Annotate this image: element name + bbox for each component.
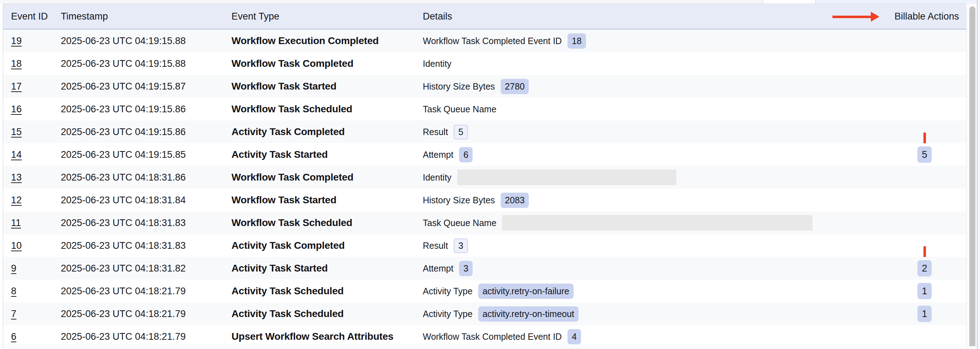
event-type: Upsert Workflow Search Attributes bbox=[224, 331, 423, 342]
detail-value-badge: 6 bbox=[459, 147, 473, 162]
redacted-value bbox=[457, 170, 676, 185]
detail-label: Result bbox=[423, 127, 448, 137]
event-type: Activity Task Started bbox=[224, 263, 423, 274]
timestamp: 2025-06-23 UTC 04:18:21.79 bbox=[53, 308, 224, 319]
timestamp: 2025-06-23 UTC 04:18:31.84 bbox=[53, 195, 224, 206]
table-row[interactable]: 14 2025-06-23 UTC 04:19:15.85 Activity T… bbox=[3, 143, 966, 166]
column-header-billable-actions: Billable Actions bbox=[883, 11, 966, 22]
event-type: Workflow Task Scheduled bbox=[224, 217, 423, 228]
event-id-link[interactable]: 11 bbox=[11, 217, 21, 228]
event-id-link[interactable]: 17 bbox=[11, 81, 22, 92]
event-id-link[interactable]: 10 bbox=[11, 240, 22, 251]
event-history-table: Event ID Timestamp Event Type Details Bi… bbox=[3, 3, 966, 349]
event-id-link[interactable]: 18 bbox=[11, 58, 22, 69]
table-body: 19 2025-06-23 UTC 04:19:15.88 Workflow E… bbox=[3, 30, 966, 348]
vertical-scrollbar bbox=[967, 3, 977, 349]
detail-value-badge: 3 bbox=[454, 238, 468, 253]
event-type: Workflow Task Started bbox=[224, 194, 423, 206]
event-id-link[interactable]: 16 bbox=[11, 104, 22, 114]
detail-value-badge: 2083 bbox=[501, 193, 529, 208]
event-id-link[interactable]: 9 bbox=[11, 263, 16, 274]
event-type: Activity Task Scheduled bbox=[224, 286, 423, 297]
table-row[interactable]: 7 2025-06-23 UTC 04:18:21.79 Activity Ta… bbox=[3, 303, 966, 325]
billable-actions-badge: 1 bbox=[917, 283, 932, 299]
billable-actions-badge: 5 bbox=[917, 146, 932, 163]
event-id-link[interactable]: 14 bbox=[11, 149, 22, 160]
detail-label: Activity Type bbox=[423, 286, 473, 297]
table-row[interactable]: 10 2025-06-23 UTC 04:18:31.83 Activity T… bbox=[3, 234, 966, 257]
timestamp: 2025-06-23 UTC 04:18:21.79 bbox=[53, 331, 224, 342]
detail-label: History Size Bytes bbox=[423, 195, 495, 205]
event-type: Activity Task Completed bbox=[224, 240, 423, 251]
event-type: Workflow Task Started bbox=[224, 81, 423, 92]
event-type: Workflow Execution Completed bbox=[224, 35, 423, 46]
detail-label: Activity Type bbox=[423, 309, 473, 319]
table-row[interactable]: 8 2025-06-23 UTC 04:18:21.79 Activity Ta… bbox=[3, 280, 966, 303]
timestamp: 2025-06-23 UTC 04:19:15.88 bbox=[53, 58, 224, 69]
detail-value-badge: 4 bbox=[568, 329, 581, 344]
scrollbar-thumb[interactable] bbox=[969, 6, 975, 346]
detail-label: Result bbox=[423, 241, 448, 251]
timestamp: 2025-06-23 UTC 04:18:31.83 bbox=[53, 240, 224, 251]
event-id-link[interactable]: 13 bbox=[11, 172, 22, 183]
billable-actions-badge: 2 bbox=[917, 260, 932, 276]
table-row[interactable]: 17 2025-06-23 UTC 04:19:15.87 Workflow T… bbox=[3, 75, 966, 98]
event-id-link[interactable]: 19 bbox=[11, 35, 22, 46]
detail-value-badge: 5 bbox=[454, 125, 468, 139]
top-edge-strip bbox=[0, 0, 980, 3]
redacted-value bbox=[502, 215, 813, 231]
detail-value-badge: activity.retry-on-timeout bbox=[478, 306, 579, 322]
event-id-link[interactable]: 15 bbox=[11, 127, 22, 137]
billable-actions-badge: 1 bbox=[917, 306, 932, 322]
event-type: Workflow Task Scheduled bbox=[224, 103, 423, 115]
detail-label: History Size Bytes bbox=[423, 81, 495, 92]
event-id-link[interactable]: 6 bbox=[11, 331, 16, 342]
column-header-event-id: Event ID bbox=[3, 11, 53, 22]
detail-label: Attempt bbox=[423, 263, 453, 274]
table-header-row: Event ID Timestamp Event Type Details Bi… bbox=[3, 4, 966, 30]
detail-label: Task Queue Name bbox=[423, 104, 496, 114]
top-edge-highlight-fragment bbox=[816, 0, 980, 3]
event-id-link[interactable]: 7 bbox=[11, 308, 16, 319]
timestamp: 2025-06-23 UTC 04:19:15.86 bbox=[53, 127, 224, 138]
detail-label: Identity bbox=[423, 172, 452, 183]
timestamp: 2025-06-23 UTC 04:18:21.79 bbox=[53, 286, 224, 297]
event-type: Workflow Task Completed bbox=[224, 172, 423, 183]
detail-label: Identity bbox=[423, 59, 452, 69]
table-row[interactable]: 9 2025-06-23 UTC 04:18:31.82 Activity Ta… bbox=[3, 257, 966, 280]
detail-value-badge: activity.retry-on-failure bbox=[478, 284, 574, 299]
annotation-arrow-right-icon bbox=[832, 12, 879, 22]
timestamp: 2025-06-23 UTC 04:18:31.86 bbox=[53, 172, 224, 183]
timestamp: 2025-06-23 UTC 04:19:15.85 bbox=[53, 149, 224, 160]
table-row[interactable]: 11 2025-06-23 UTC 04:18:31.83 Workflow T… bbox=[3, 211, 966, 234]
detail-label: Workflow Task Completed Event ID bbox=[423, 36, 562, 46]
table-row[interactable]: 19 2025-06-23 UTC 04:19:15.88 Workflow E… bbox=[3, 30, 966, 52]
event-type: Activity Task Completed bbox=[224, 126, 423, 138]
timestamp: 2025-06-23 UTC 04:18:31.82 bbox=[53, 263, 224, 274]
detail-label: Task Queue Name bbox=[423, 218, 496, 228]
detail-value-badge: 3 bbox=[459, 261, 473, 276]
table-row[interactable]: 13 2025-06-23 UTC 04:18:31.86 Workflow T… bbox=[3, 166, 966, 189]
timestamp: 2025-06-23 UTC 04:18:31.83 bbox=[53, 217, 224, 228]
table-row[interactable]: 6 2025-06-23 UTC 04:18:21.79 Upsert Work… bbox=[3, 325, 966, 348]
column-header-details: Details bbox=[423, 11, 883, 22]
table-row[interactable]: 12 2025-06-23 UTC 04:18:31.84 Workflow T… bbox=[3, 189, 966, 211]
right-edge-strip bbox=[978, 0, 980, 349]
event-type: Activity Task Scheduled bbox=[224, 308, 423, 319]
detail-label: Workflow Task Completed Event ID bbox=[423, 332, 562, 342]
detail-value-badge: 18 bbox=[568, 33, 586, 49]
table-row[interactable]: 15 2025-06-23 UTC 04:19:15.86 Activity T… bbox=[3, 121, 966, 143]
table-row[interactable]: 16 2025-06-23 UTC 04:19:15.86 Workflow T… bbox=[3, 98, 966, 121]
table-row[interactable]: 18 2025-06-23 UTC 04:19:15.88 Workflow T… bbox=[3, 52, 966, 75]
timestamp: 2025-06-23 UTC 04:19:15.86 bbox=[53, 104, 224, 115]
timestamp: 2025-06-23 UTC 04:19:15.87 bbox=[53, 81, 224, 92]
column-header-timestamp: Timestamp bbox=[53, 11, 224, 22]
detail-value-badge: 2780 bbox=[501, 79, 529, 94]
detail-label: Attempt bbox=[423, 150, 453, 160]
event-type: Workflow Task Completed bbox=[224, 58, 423, 69]
event-id-link[interactable]: 12 bbox=[11, 195, 22, 205]
event-type: Activity Task Started bbox=[224, 149, 423, 160]
event-id-link[interactable]: 8 bbox=[11, 286, 16, 297]
top-edge-control-fragment bbox=[763, 0, 816, 3]
timestamp: 2025-06-23 UTC 04:19:15.88 bbox=[53, 35, 224, 46]
